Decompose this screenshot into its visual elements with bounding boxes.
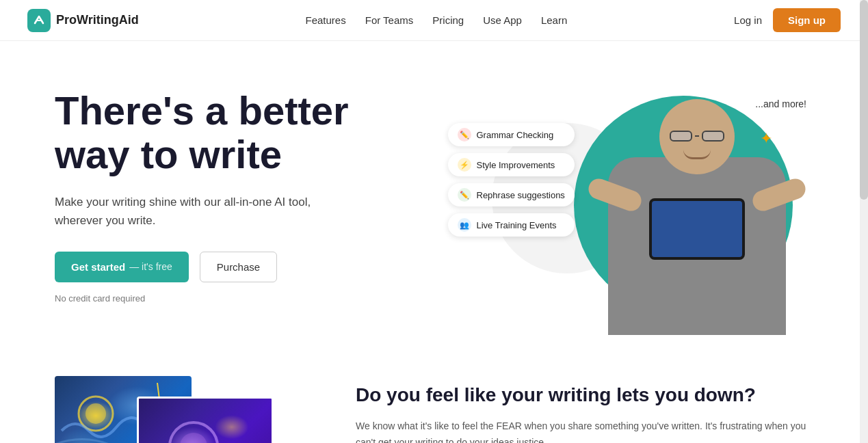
scrollbar-thumb[interactable] [860, 0, 868, 200]
pill-grammar-label: Grammar Checking [477, 130, 554, 140]
painting-area: My idea in my head [55, 376, 315, 443]
pill-rephrase: ✏️ Rephrase suggestions [448, 183, 575, 206]
hero-actions: Get started — it's free Purchase [55, 252, 434, 282]
hero-section: There's a better way to write Make your … [0, 41, 868, 369]
feature-pills: ✏️ Grammar Checking ⚡ Style Improvements… [448, 123, 575, 237]
nav-right: Log in Sign up [734, 8, 841, 32]
pill-training: 👥 Live Training Events [448, 213, 575, 237]
get-started-button[interactable]: Get started — it's free [55, 252, 189, 282]
hero-content: There's a better way to write Make your … [55, 82, 434, 304]
login-button[interactable]: Log in [734, 14, 762, 26]
laptop [649, 198, 745, 260]
free-label: — it's free [129, 261, 172, 272]
painting-front [137, 397, 274, 443]
pill-style-label: Style Improvements [477, 160, 555, 170]
training-icon: 👥 [458, 218, 471, 232]
person-body [608, 157, 786, 335]
nav-use-app[interactable]: Use App [483, 14, 522, 26]
hero-subtitle: Make your writing shine with our all-in-… [55, 193, 315, 230]
logo-icon [27, 9, 51, 32]
svg-point-4 [180, 433, 207, 443]
logo-text: ProWritingAid [56, 13, 139, 27]
no-credit-card-text: No credit card required [55, 293, 434, 304]
painting-stack: My idea in my head [55, 376, 315, 443]
logo-link[interactable]: ProWritingAid [27, 9, 139, 32]
nav-features[interactable]: Features [306, 14, 346, 26]
pill-training-label: Live Training Events [477, 220, 557, 230]
nav-pricing[interactable]: Pricing [432, 14, 464, 26]
navigation: ProWritingAid Features For Teams Pricing… [0, 0, 868, 41]
grammar-icon: ✏️ [458, 128, 471, 142]
more-label: ...and more! [748, 96, 813, 112]
hero-title: There's a better way to write [55, 89, 434, 176]
signup-button[interactable]: Sign up [773, 8, 841, 32]
svg-point-1 [86, 403, 106, 424]
second-section: My idea in my head Do you feel like your… [0, 376, 868, 443]
purchase-button[interactable]: Purchase [200, 252, 277, 282]
second-body: We know what it's like to feel the FEAR … [356, 418, 813, 443]
scrollbar[interactable] [860, 0, 868, 443]
person-head [659, 99, 735, 174]
person-figure [608, 89, 786, 335]
style-icon: ⚡ [458, 158, 471, 172]
nav-links: Features For Teams Pricing Use App Learn [306, 14, 568, 27]
hero-illustration: ✏️ Grammar Checking ⚡ Style Improvements… [434, 82, 814, 342]
star-icon: ✦ [760, 130, 772, 148]
nav-for-teams[interactable]: For Teams [365, 14, 414, 26]
nav-learn[interactable]: Learn [541, 14, 567, 26]
second-title: Do you feel like your writing lets you d… [356, 383, 813, 407]
person-glasses [670, 130, 724, 142]
pill-grammar: ✏️ Grammar Checking [448, 123, 575, 146]
pill-rephrase-label: Rephrase suggestions [477, 190, 565, 200]
rephrase-icon: ✏️ [458, 188, 471, 202]
second-content: Do you feel like your writing lets you d… [356, 376, 813, 443]
pill-style: ⚡ Style Improvements [448, 153, 575, 176]
